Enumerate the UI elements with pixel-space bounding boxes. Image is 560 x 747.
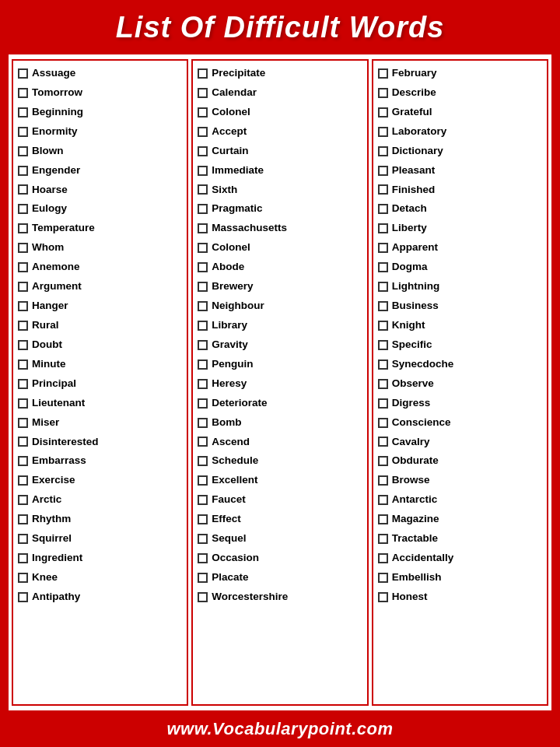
checkbox-icon[interactable] [18,301,28,311]
checkbox-icon[interactable] [18,184,28,195]
checkbox-icon[interactable] [18,398,28,409]
checkbox-icon[interactable] [198,204,208,214]
checkbox-icon[interactable] [378,166,388,176]
list-item: Hanger [18,296,182,316]
checkbox-icon[interactable] [198,340,208,350]
checkbox-icon[interactable] [378,514,388,524]
checkbox-icon[interactable] [18,437,28,447]
checkbox-icon[interactable] [18,146,28,156]
checkbox-icon[interactable] [378,437,388,447]
checkbox-icon[interactable] [198,573,208,583]
list-item: Arctic [18,490,182,510]
checkbox-icon[interactable] [18,166,28,176]
checkbox-icon[interactable] [198,88,208,98]
checkbox-icon[interactable] [18,340,28,350]
list-item: Temperature [18,219,182,238]
checkbox-icon[interactable] [198,243,208,253]
checkbox-icon[interactable] [18,127,28,137]
checkbox-icon[interactable] [378,573,388,583]
checkbox-icon[interactable] [18,573,28,583]
checkbox-icon[interactable] [378,321,388,331]
checkbox-icon[interactable] [198,514,208,524]
checkbox-icon[interactable] [378,379,388,389]
checkbox-icon[interactable] [378,553,388,563]
word-label: Whom [32,240,64,256]
checkbox-icon[interactable] [198,223,208,233]
checkbox-icon[interactable] [18,553,28,563]
checkbox-icon[interactable] [198,534,208,544]
checkbox-icon[interactable] [378,127,388,137]
list-item: Anemone [18,258,182,277]
checkbox-icon[interactable] [198,437,208,447]
checkbox-icon[interactable] [198,68,208,79]
checkbox-icon[interactable] [198,418,208,428]
checkbox-icon[interactable] [198,456,208,466]
checkbox-icon[interactable] [198,495,208,505]
checkbox-icon[interactable] [18,107,28,117]
checkbox-icon[interactable] [378,534,388,544]
checkbox-icon[interactable] [198,379,208,389]
list-item: Ascend [198,433,362,452]
word-label: Dogma [392,259,428,275]
checkbox-icon[interactable] [18,243,28,253]
checkbox-icon[interactable] [378,262,388,272]
list-item: Disinterested [18,433,182,452]
checkbox-icon[interactable] [198,592,208,602]
checkbox-icon[interactable] [378,340,388,350]
checkbox-icon[interactable] [378,68,388,79]
list-item: Pragmatic [198,199,362,219]
checkbox-icon[interactable] [378,398,388,409]
list-item: Occasion [198,549,362,568]
list-item: Antipathy [18,587,182,607]
checkbox-icon[interactable] [198,475,208,486]
checkbox-icon[interactable] [18,262,28,272]
word-label: Business [392,298,439,314]
checkbox-icon[interactable] [378,88,388,98]
checkbox-icon[interactable] [198,166,208,176]
checkbox-icon[interactable] [18,68,28,79]
checkbox-icon[interactable] [18,534,28,544]
checkbox-icon[interactable] [18,475,28,486]
checkbox-icon[interactable] [18,592,28,602]
checkbox-icon[interactable] [378,146,388,156]
checkbox-icon[interactable] [18,456,28,466]
checkbox-icon[interactable] [198,262,208,272]
checkbox-icon[interactable] [198,301,208,311]
checkbox-icon[interactable] [378,301,388,311]
checkbox-icon[interactable] [378,107,388,117]
checkbox-icon[interactable] [18,514,28,524]
checkbox-icon[interactable] [18,321,28,331]
checkbox-icon[interactable] [18,495,28,505]
checkbox-icon[interactable] [378,282,388,292]
checkbox-icon[interactable] [378,243,388,253]
checkbox-icon[interactable] [18,418,28,428]
checkbox-icon[interactable] [18,359,28,370]
list-item: Honest [378,587,542,607]
checkbox-icon[interactable] [198,282,208,292]
checkbox-icon[interactable] [378,475,388,486]
checkbox-icon[interactable] [198,321,208,331]
checkbox-icon[interactable] [18,282,28,292]
checkbox-icon[interactable] [18,379,28,389]
checkbox-icon[interactable] [378,359,388,370]
list-item: Sequel [198,529,362,549]
checkbox-icon[interactable] [198,553,208,563]
checkbox-icon[interactable] [378,495,388,505]
checkbox-icon[interactable] [378,184,388,195]
checkbox-icon[interactable] [198,127,208,137]
checkbox-icon[interactable] [198,146,208,156]
checkbox-icon[interactable] [18,88,28,98]
checkbox-icon[interactable] [198,184,208,195]
checkbox-icon[interactable] [378,223,388,233]
list-item: Accidentally [378,549,542,568]
checkbox-icon[interactable] [18,223,28,233]
checkbox-icon[interactable] [378,592,388,602]
checkbox-icon[interactable] [378,456,388,466]
checkbox-icon[interactable] [198,107,208,117]
checkbox-icon[interactable] [18,204,28,214]
checkbox-icon[interactable] [198,398,208,409]
list-item: Colonel [198,103,362,122]
checkbox-icon[interactable] [198,359,208,370]
checkbox-icon[interactable] [378,418,388,428]
checkbox-icon[interactable] [378,204,388,214]
